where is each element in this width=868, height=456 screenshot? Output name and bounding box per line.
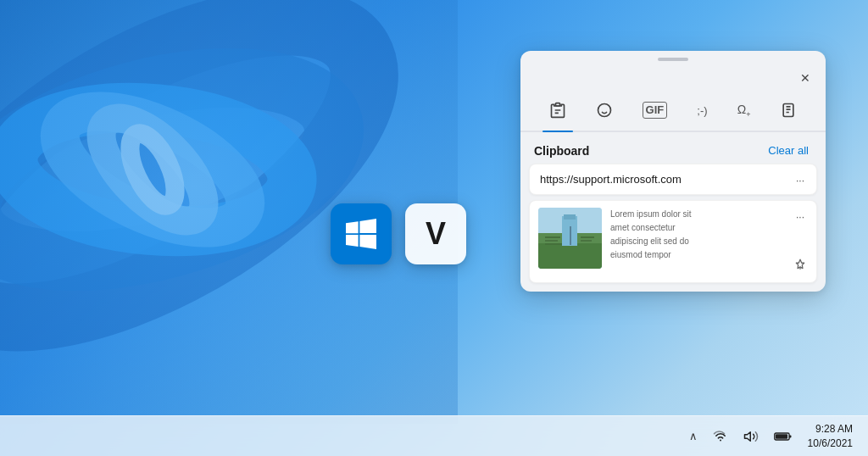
svg-point-8 xyxy=(598,104,610,117)
svg-rect-15 xyxy=(564,214,576,220)
svg-rect-18 xyxy=(545,240,558,242)
svg-rect-17 xyxy=(545,236,560,238)
battery-icon xyxy=(774,429,793,444)
svg-rect-21 xyxy=(581,240,592,242)
category-tabs: GIF ;-) Ω+ xyxy=(520,93,826,132)
more-icon: ··· xyxy=(796,175,804,186)
v-key-label: V xyxy=(426,216,446,252)
key-combo-display: V xyxy=(331,203,466,264)
system-tray: ∧ 9:28 AM 10/6/2 xyxy=(684,420,858,453)
pin-icon-2 xyxy=(794,259,806,270)
svg-rect-13 xyxy=(538,243,602,269)
clip-image-text: Lorem ipsum dolor sit amet consectetur a… xyxy=(610,208,781,262)
volume-icon xyxy=(743,429,759,444)
clip-more-button-2[interactable]: ··· xyxy=(791,208,810,226)
svg-rect-19 xyxy=(545,243,562,245)
clip-text-line-4: eiusmod tempor xyxy=(610,248,781,262)
clock-date: 10/6/2021 xyxy=(808,437,853,451)
clipboard-item-content: https://support.microsoft.com xyxy=(540,173,806,186)
svg-rect-24 xyxy=(789,435,791,437)
wifi-icon xyxy=(713,429,728,444)
tab-gif[interactable]: GIF xyxy=(636,97,675,124)
close-button[interactable]: ✕ xyxy=(793,66,817,90)
panel-header-row: ✕ xyxy=(520,64,826,93)
clipboard-section-header: Clipboard Clear all xyxy=(520,132,826,164)
clip-text-line-2: amet consectetur xyxy=(610,221,781,235)
panel-drag-handle xyxy=(520,51,826,64)
taskbar: ∧ 9:28 AM 10/6/2 xyxy=(0,415,868,456)
clip-text-line-3: adipiscing elit sed do xyxy=(610,235,781,248)
tray-wifi[interactable] xyxy=(708,425,733,448)
tab-symbols[interactable]: Ω+ xyxy=(731,97,758,124)
svg-rect-20 xyxy=(581,236,594,238)
tray-chevron[interactable]: ∧ xyxy=(684,426,703,446)
more-icon-2: ··· xyxy=(796,211,804,223)
tab-clipboard[interactable] xyxy=(542,97,573,124)
thumbnail-svg xyxy=(538,208,602,269)
tray-volume[interactable] xyxy=(738,425,764,448)
v-key: V xyxy=(405,203,466,264)
clip-pin-button-2[interactable] xyxy=(791,255,810,274)
tab-clipboard2[interactable] xyxy=(773,97,804,124)
clipboard-image-content: Lorem ipsum dolor sit amet consectetur a… xyxy=(538,208,808,275)
system-clock[interactable]: 9:28 AM 10/6/2021 xyxy=(803,420,858,453)
clipboard-items-list: https://support.microsoft.com ··· xyxy=(520,164,826,292)
clock-time: 9:28 AM xyxy=(815,422,853,437)
tray-battery[interactable] xyxy=(769,425,798,448)
tab-emoji[interactable] xyxy=(589,97,620,124)
windows-key xyxy=(331,203,392,264)
clip-text-line-1: Lorem ipsum dolor sit xyxy=(610,208,781,221)
clipboard-item-image[interactable]: Lorem ipsum dolor sit amet consectetur a… xyxy=(529,200,817,283)
clipboard-item-text[interactable]: https://support.microsoft.com ··· xyxy=(529,164,817,195)
clip-more-button[interactable]: ··· xyxy=(791,171,810,190)
svg-rect-16 xyxy=(570,226,571,245)
clipboard-panel: ✕ GIF ;-) Ω+ xyxy=(520,51,826,292)
clear-all-button[interactable]: Clear all xyxy=(765,142,812,158)
svg-rect-25 xyxy=(776,434,787,439)
clipboard-title: Clipboard xyxy=(534,144,589,158)
clip-item-actions-2: ··· xyxy=(791,208,810,274)
drag-bar xyxy=(658,58,688,61)
tab-kaomoji[interactable]: ;-) xyxy=(690,99,714,122)
chevron-up-icon: ∧ xyxy=(689,430,698,442)
clip-image-thumbnail xyxy=(538,208,602,269)
windows-logo-icon xyxy=(346,219,376,249)
